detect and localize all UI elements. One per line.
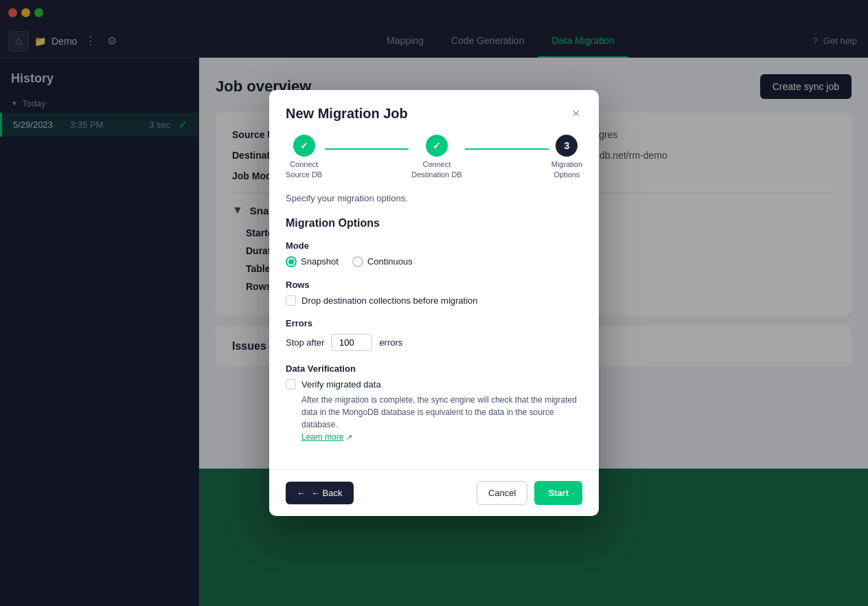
learn-more-link[interactable]: Learn more <box>301 432 343 442</box>
modal-overlay: New Migration Job × ✓ ConnectSource DB ✓… <box>0 0 868 606</box>
mode-snapshot-option[interactable]: Snapshot <box>286 256 339 267</box>
step-label-3: MigrationOptions <box>551 159 582 179</box>
footer-actions: Cancel Start <box>477 481 582 505</box>
step-circle-3: 3 <box>556 135 578 157</box>
continuous-radio-dot[interactable] <box>352 256 363 267</box>
verify-description: After the migration is complete, the syn… <box>301 394 582 443</box>
step-connector-1 <box>325 148 409 150</box>
data-verification-section: Data Verification Verify migrated data A… <box>286 363 582 443</box>
modal-title: New Migration Job <box>286 106 408 122</box>
step-circle-1: ✓ <box>293 135 315 157</box>
migration-options-title: Migration Options <box>286 217 582 229</box>
verify-checkbox-box[interactable] <box>286 379 296 390</box>
step-label-1: ConnectSource DB <box>286 159 322 179</box>
step-connect-dest: ✓ ConnectDestination DB <box>411 135 461 179</box>
back-arrow-icon: ← <box>297 488 306 498</box>
snapshot-radio-dot[interactable] <box>286 256 297 267</box>
mode-radio-group: Snapshot Continuous <box>286 256 582 267</box>
stop-after-input[interactable] <box>331 334 372 351</box>
errors-section: Errors Stop after errors <box>286 318 582 351</box>
step-migration-options: 3 MigrationOptions <box>551 135 582 179</box>
step-connector-2 <box>465 148 549 150</box>
rows-section: Rows Drop destination collections before… <box>286 280 582 306</box>
modal-subtitle: Specify your migration options. <box>286 193 582 203</box>
data-verification-label: Data Verification <box>286 363 582 374</box>
errors-row: Stop after errors <box>286 334 582 351</box>
step-circle-2: ✓ <box>426 135 448 157</box>
new-migration-modal: New Migration Job × ✓ ConnectSource DB ✓… <box>269 90 599 516</box>
mode-section: Mode Snapshot Continuous <box>286 240 582 267</box>
step-connect-source: ✓ ConnectSource DB <box>286 135 322 179</box>
modal-footer: ← ← Back Cancel Start <box>269 469 599 516</box>
modal-close-button[interactable]: × <box>569 104 582 124</box>
drop-collections-checkbox[interactable]: Drop destination collections before migr… <box>286 295 582 306</box>
rows-label: Rows <box>286 280 582 290</box>
mode-continuous-option[interactable]: Continuous <box>352 256 413 267</box>
modal-body: Specify your migration options. Migratio… <box>269 193 599 469</box>
mode-label: Mode <box>286 240 582 251</box>
drop-collections-checkbox-box[interactable] <box>286 295 296 306</box>
errors-label: Errors <box>286 318 582 328</box>
step-label-2: ConnectDestination DB <box>411 159 461 179</box>
modal-stepper: ✓ ConnectSource DB ✓ ConnectDestination … <box>269 135 599 193</box>
verify-data-checkbox[interactable]: Verify migrated data <box>286 379 582 390</box>
cancel-button[interactable]: Cancel <box>477 481 527 505</box>
back-button[interactable]: ← ← Back <box>286 482 354 504</box>
modal-header: New Migration Job × <box>269 90 599 135</box>
start-button[interactable]: Start <box>534 481 582 505</box>
